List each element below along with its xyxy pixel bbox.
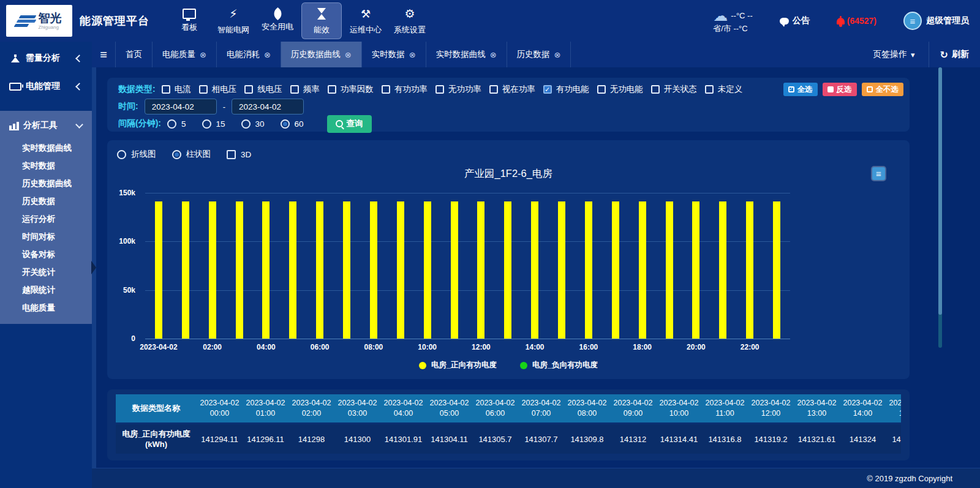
tab-operations-button[interactable]: 页签操作 — [859, 42, 929, 67]
tab-实时数据曲线[interactable]: 实时数据曲线 — [426, 42, 507, 67]
datatype-checkbox-有功电能[interactable]: 有功电能 — [543, 84, 589, 95]
filled-box-icon — [827, 86, 834, 92]
table-col-header: 2023-04-0205:00 — [426, 394, 472, 422]
datatype-checkbox-频率[interactable]: 频率 — [290, 84, 320, 95]
legend-item-电房_负向有功电度[interactable]: 电房_负向有功电度 — [520, 360, 598, 370]
dashboard-icon — [183, 9, 196, 19]
topnav-item-智能电网[interactable]: 智能电网 — [213, 2, 254, 39]
sidebar-collapse-handle[interactable] — [91, 261, 96, 274]
sidebar-item-历史数据曲线[interactable]: 历史数据曲线 — [0, 175, 92, 192]
sidebar-item-开关统计[interactable]: 开关统计 — [0, 263, 92, 281]
tab-close-icon[interactable] — [554, 50, 561, 59]
table-cell: 141326.2 — [886, 424, 901, 454]
table-cell: 141301.91 — [380, 424, 426, 454]
interval-radio-30[interactable]: 30 — [241, 119, 265, 129]
tab-close-icon[interactable] — [345, 50, 352, 59]
datatype-checkbox-视在功率[interactable]: 视在功率 — [489, 84, 535, 95]
topnav-item-label: 能效 — [314, 24, 330, 36]
weather-widget[interactable]: --°C -- 省/市 --°C — [713, 9, 753, 34]
vertical-scrollbar-track[interactable] — [938, 67, 942, 348]
logo[interactable]: 智光 Zhiguang — [6, 5, 72, 37]
x-axis-label: 08:00 — [364, 343, 383, 351]
table-col-header: 2023-04-0213:00 — [794, 394, 840, 422]
radio-icon — [281, 119, 290, 129]
time-to-input[interactable]: 2023-04-02 — [232, 99, 304, 114]
table-cell: 141321.61 — [794, 424, 840, 454]
select-button-全不选[interactable]: 全不选 — [862, 83, 904, 96]
table-cell: 141324 — [840, 424, 886, 454]
datatype-checkbox-未定义[interactable]: 未定义 — [705, 84, 743, 95]
interval-radio-60[interactable]: 60 — [281, 119, 304, 129]
sidebar-item-运行分析[interactable]: 运行分析 — [0, 210, 92, 228]
tab-close-icon[interactable] — [490, 50, 497, 59]
sidebar-group-header-电能管理[interactable]: 电能管理 — [0, 73, 92, 100]
chart-toolbox-icon[interactable] — [872, 167, 885, 180]
table-row-label: 电房_正向有功电度 (kWh) — [116, 424, 197, 454]
tab-operations-label: 页签操作 — [873, 49, 907, 60]
datatype-checkbox-有功功率[interactable]: 有功功率 — [382, 84, 428, 95]
sidebar-item-历史数据[interactable]: 历史数据 — [0, 192, 92, 210]
time-from-input[interactable]: 2023-04-02 — [145, 99, 217, 114]
sidebar-item-实时数据曲线[interactable]: 实时数据曲线 — [0, 139, 92, 157]
tab-历史数据曲线[interactable]: 历史数据曲线 — [281, 42, 362, 67]
select-button-反选[interactable]: 反选 — [823, 83, 857, 96]
table-col-header: 2023-04-0212:00 — [748, 394, 794, 422]
topnav-item-安全用电[interactable]: 安全用电 — [257, 2, 298, 39]
topnav-item-能效[interactable]: 能效 — [301, 2, 342, 39]
tab-电能消耗[interactable]: 电能消耗 — [217, 42, 281, 67]
sidebar-item-越限统计[interactable]: 越限统计 — [0, 281, 92, 299]
sidebar-group-header-需量分析[interactable]: 需量分析 — [0, 45, 92, 72]
sidebar-item-时间对标[interactable]: 时间对标 — [0, 228, 92, 246]
bar — [182, 201, 189, 339]
chart-type-折线图[interactable]: 折线图 — [117, 149, 156, 160]
checkbox-label: 视在功率 — [502, 84, 535, 95]
datatype-checkboxes: 电流相电压线电压频率功率因数有功功率无功功率视在功率有功电能无功电能开关状态未定… — [162, 84, 783, 95]
tab-电能质量[interactable]: 电能质量 — [153, 42, 217, 67]
topnav-item-运维中心[interactable]: 运维中心 — [345, 2, 386, 39]
sidebar-item-实时数据[interactable]: 实时数据 — [0, 157, 92, 175]
chart-type-柱状图[interactable]: 柱状图 — [172, 149, 211, 160]
sidebar-group-header-分析工具[interactable]: 分析工具 — [0, 112, 92, 139]
weather-region: 省/市 --°C — [713, 23, 747, 34]
checkbox-icon — [382, 85, 390, 94]
bar — [692, 201, 699, 339]
interval-radio-15[interactable]: 15 — [202, 119, 225, 129]
chevron-down-icon — [75, 121, 83, 129]
checkbox-icon — [328, 85, 336, 94]
query-button[interactable]: 查询 — [327, 115, 372, 133]
datatype-checkbox-相电压[interactable]: 相电压 — [199, 84, 237, 95]
select-button-全选[interactable]: 全选 — [783, 83, 818, 96]
chart-type-3D[interactable]: 3D — [227, 150, 251, 159]
vertical-scrollbar-thumb[interactable] — [938, 67, 942, 315]
announcement-button[interactable]: 公告 — [780, 15, 810, 26]
tab-close-icon[interactable] — [409, 50, 416, 59]
checkbox-label: 开关状态 — [664, 84, 697, 95]
bar — [585, 201, 592, 339]
topnav-item-系统设置[interactable]: 系统设置 — [390, 2, 430, 39]
datatype-checkbox-无功电能[interactable]: 无功电能 — [597, 84, 643, 95]
tab-close-icon[interactable] — [200, 50, 206, 59]
sidebar-item-电能质量[interactable]: 电能质量 — [0, 299, 92, 317]
tab-历史数据[interactable]: 历史数据 — [507, 42, 571, 67]
refresh-button[interactable]: 刷新 — [929, 42, 980, 67]
topnav-item-看板[interactable]: 看板 — [169, 2, 209, 39]
tab-menu-button[interactable] — [92, 42, 116, 67]
radio-icon — [172, 150, 181, 159]
sidebar-item-设备对标[interactable]: 设备对标 — [0, 246, 92, 263]
tab-close-icon[interactable] — [264, 50, 271, 59]
datatype-checkbox-无功功率[interactable]: 无功功率 — [435, 84, 481, 95]
interval-radio-5[interactable]: 5 — [167, 119, 186, 129]
datatype-checkbox-电流[interactable]: 电流 — [162, 84, 191, 95]
tab-实时数据[interactable]: 实时数据 — [362, 42, 426, 67]
bar — [262, 201, 270, 339]
legend-item-电房_正向有功电度[interactable]: 电房_正向有功电度 — [419, 360, 497, 370]
tab-首页[interactable]: 首页 — [116, 42, 153, 67]
radio-label: 60 — [295, 119, 304, 129]
datatype-checkbox-开关状态[interactable]: 开关状态 — [651, 84, 697, 95]
table-cell: 141309.8 — [564, 424, 610, 454]
datatype-checkbox-线电压[interactable]: 线电压 — [244, 84, 282, 95]
empty-box-icon — [867, 86, 873, 92]
alarm-button[interactable]: (64527) — [837, 16, 876, 26]
user-menu[interactable]: 超级管理员 — [903, 12, 969, 30]
datatype-checkbox-功率因数[interactable]: 功率因数 — [328, 84, 374, 95]
